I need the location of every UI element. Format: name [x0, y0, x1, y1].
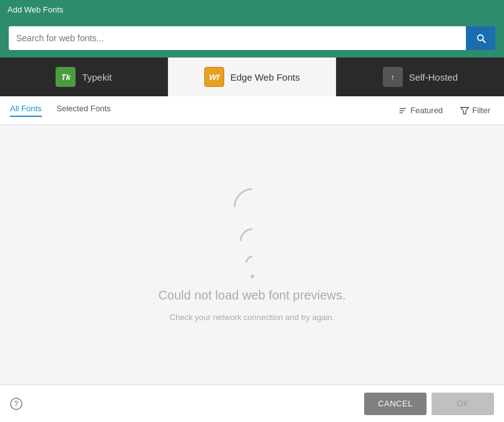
help-button[interactable]: ? [10, 398, 22, 410]
error-subtitle: Check your network connection and try ag… [170, 313, 335, 322]
tab-self-hosted[interactable]: ↑ Self-Hosted [337, 58, 504, 96]
wifi-arc-medium [234, 223, 270, 258]
dialog: Tk Typekit Wf Edge Web Fonts ↑ Self-Host… [0, 19, 504, 422]
edge-web-fonts-icon: Wf [204, 67, 224, 87]
tab-typekit[interactable]: Tk Typekit [0, 58, 168, 96]
filter-icon [460, 106, 469, 115]
self-hosted-label: Self-Hosted [409, 72, 458, 83]
typekit-icon: Tk [56, 67, 76, 87]
no-network-icon [234, 188, 271, 278]
footer: ? CANCEL OK [0, 384, 504, 422]
title-bar: Add Web Fonts [0, 0, 504, 19]
search-bar [0, 19, 504, 58]
sort-icon [398, 106, 407, 115]
wifi-arc-small [242, 253, 262, 272]
filters-right: Featured Filter [395, 103, 494, 118]
search-icon [475, 33, 487, 44]
help-label: ? [14, 399, 18, 408]
typekit-label: Typekit [82, 72, 112, 83]
tab-edge-web-fonts[interactable]: Wf Edge Web Fonts [168, 58, 336, 96]
featured-label: Featured [410, 106, 443, 115]
filter-tab-selected-fonts[interactable]: Selected Fonts [57, 104, 111, 117]
featured-button[interactable]: Featured [395, 103, 447, 118]
wifi-arc-large [225, 180, 279, 233]
main-content: Could not load web font previews. Check … [0, 125, 504, 384]
filter-label: Filter [472, 106, 490, 115]
filters-left: All Fonts Selected Fonts [10, 104, 395, 117]
edge-web-fonts-label: Edge Web Fonts [230, 72, 300, 83]
search-input[interactable] [9, 26, 466, 50]
error-title: Could not load web font previews. [158, 288, 345, 303]
wifi-dot [250, 274, 254, 278]
self-hosted-icon: ↑ [383, 67, 403, 87]
svg-marker-3 [461, 107, 468, 114]
footer-buttons: CANCEL OK [364, 393, 494, 415]
cancel-button[interactable]: CANCEL [364, 393, 427, 415]
filter-button[interactable]: Filter [457, 103, 494, 118]
filter-tab-all-fonts[interactable]: All Fonts [10, 104, 42, 117]
tab-bar: Tk Typekit Wf Edge Web Fonts ↑ Self-Host… [0, 58, 504, 96]
ok-button[interactable]: OK [432, 393, 494, 415]
filters-bar: All Fonts Selected Fonts Featured Filter [0, 96, 504, 125]
title-label: Add Web Fonts [7, 5, 63, 14]
search-button[interactable] [466, 26, 495, 50]
